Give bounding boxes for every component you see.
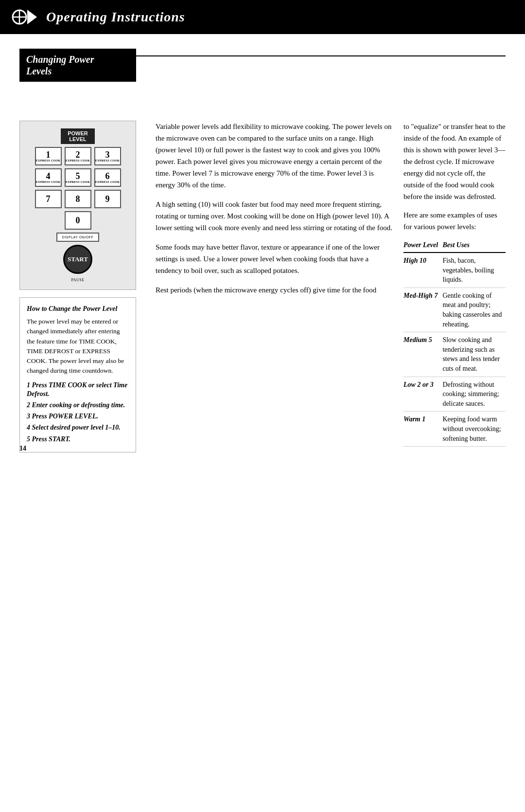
step-4: 4 Select desired power level 1–10. — [27, 423, 129, 432]
keypad-inner: POWER LEVEL 1 EXPRESS COOK 2 EXPRESS COO… — [27, 128, 128, 282]
table-cell-level: Warm 1 — [403, 412, 442, 447]
table-col2-header: Best Uses — [442, 239, 506, 253]
table-row: Medium 5Slow cooking and tenderizing suc… — [403, 332, 506, 377]
table-cell-level: Medium 5 — [403, 332, 442, 377]
mid-para-1: Variable power levels add flexibility to… — [156, 121, 394, 191]
section-header: Changing Power Levels — [19, 49, 136, 82]
table-cell-uses: Gentle cooking of meat and poultry; baki… — [442, 288, 506, 332]
key-3-button[interactable]: 3 EXPRESS COOK — [94, 147, 121, 165]
table-cell-uses: Fish, bacon, vegetables, boiling liquids… — [442, 253, 506, 288]
key-2-button[interactable]: 2 EXPRESS COOK — [65, 147, 91, 165]
page-header: Operating Instructions — [0, 0, 525, 34]
mid-para-4: Rest periods (when the microwave energy … — [156, 284, 394, 296]
how-to-body: The power level may be entered or change… — [27, 317, 129, 376]
right-column: to "equalize" or transfer heat to the in… — [403, 121, 506, 452]
middle-column: Variable power levels add flexibility to… — [146, 121, 403, 452]
keypad-row-789: 7 8 9 — [35, 190, 121, 208]
key-0-button[interactable]: 0 — [65, 211, 91, 230]
table-cell-uses: Slow cooking and tenderizing such as ste… — [442, 332, 506, 377]
page-title: Operating Instructions — [46, 9, 185, 25]
display-onoff-button[interactable]: DISPLAY ON/OFF — [56, 233, 99, 242]
table-col1-header: Power Level — [403, 239, 442, 253]
key-4-button[interactable]: 4 EXPRESS COOK — [35, 168, 62, 187]
key-1-button[interactable]: 1 EXPRESS COOK — [35, 147, 62, 165]
start-button[interactable]: START — [63, 245, 92, 274]
step-2: 2 Enter cooking or defrosting time. — [27, 401, 129, 410]
keypad-box: POWER LEVEL 1 EXPRESS COOK 2 EXPRESS COO… — [19, 121, 136, 290]
section-title-line2: Levels — [26, 65, 129, 77]
step-3: 3 Press POWER LEVEL. — [27, 412, 129, 421]
how-to-box: How to Change the Power Level The power … — [19, 297, 136, 452]
power-level-button[interactable]: POWER LEVEL — [61, 128, 95, 144]
pause-label: PAUSE — [71, 278, 84, 282]
table-cell-uses: Defrosting without cooking; simmering; d… — [442, 377, 506, 412]
step-1: 1 Press TIME COOK or select Time Defrost… — [27, 381, 129, 398]
table-cell-uses: Keeping food warm without overcooking; s… — [442, 412, 506, 447]
power-level-table: Power Level Best Uses High 10Fish, bacon… — [403, 239, 506, 447]
page-number: 14 — [19, 445, 26, 452]
table-cell-level: Low 2 or 3 — [403, 377, 442, 412]
table-row: Med-High 7Gentle cooking of meat and pou… — [403, 288, 506, 332]
main-layout: POWER LEVEL 1 EXPRESS COOK 2 EXPRESS COO… — [19, 121, 506, 452]
key-5-button[interactable]: 5 EXPRESS COOK — [65, 168, 91, 187]
key-9-button[interactable]: 9 — [94, 190, 121, 208]
keypad-row-123: 1 EXPRESS COOK 2 EXPRESS COOK 3 EXPRESS … — [35, 147, 121, 165]
key-7-button[interactable]: 7 — [35, 190, 62, 208]
table-row: High 10Fish, bacon, vegetables, boiling … — [403, 253, 506, 288]
key-6-button[interactable]: 6 EXPRESS COOK — [94, 168, 121, 187]
key-8-button[interactable]: 8 — [65, 190, 91, 208]
mid-para-2: A high setting (10) will cook faster but… — [156, 198, 394, 234]
how-to-title: How to Change the Power Level — [27, 304, 129, 314]
table-row: Warm 1Keeping food warm without overcook… — [403, 412, 506, 447]
step-5: 5 Press START. — [27, 435, 129, 444]
mid-para-3: Some foods may have better flavor, textu… — [156, 241, 394, 276]
brand-logo-icon — [10, 5, 39, 29]
keypad-row-0: 0 — [65, 211, 91, 230]
left-column: POWER LEVEL 1 EXPRESS COOK 2 EXPRESS COO… — [19, 121, 136, 452]
table-cell-level: Med-High 7 — [403, 288, 442, 332]
how-to-steps: 1 Press TIME COOK or select Time Defrost… — [27, 381, 129, 444]
table-row: Low 2 or 3Defrosting without cooking; si… — [403, 377, 506, 412]
section-title-line1: Changing Power — [26, 54, 129, 65]
right-para-1: to "equalize" or transfer heat to the in… — [403, 121, 506, 202]
right-para-2: Here are some examples of uses for vario… — [403, 209, 506, 233]
table-cell-level: High 10 — [403, 253, 442, 288]
keypad-row-456: 4 EXPRESS COOK 5 EXPRESS COOK 6 EXPRESS … — [35, 168, 121, 187]
